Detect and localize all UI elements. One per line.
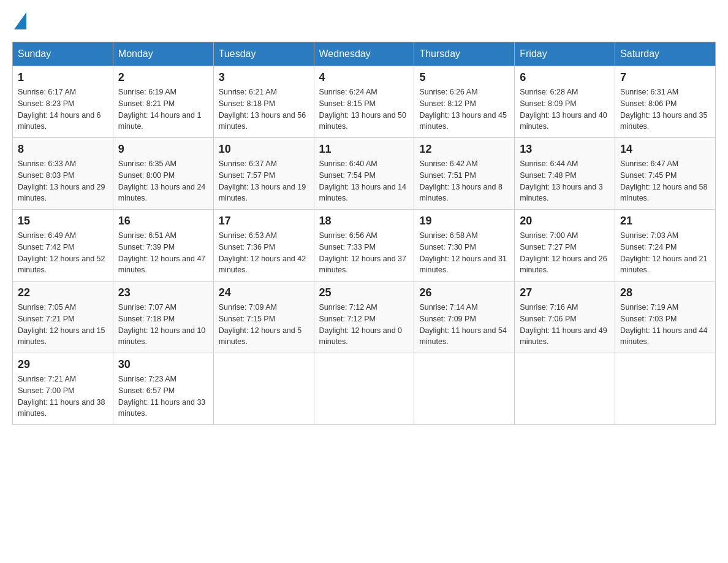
day-number: 9 (118, 143, 208, 156)
calendar-header-saturday: Saturday (615, 42, 716, 66)
calendar-cell: 2Sunrise: 6:19 AMSunset: 8:21 PMDaylight… (113, 66, 213, 138)
day-info: Sunrise: 7:03 AMSunset: 7:24 PMDaylight:… (620, 230, 710, 276)
day-number: 4 (319, 71, 409, 84)
day-number: 10 (219, 143, 309, 156)
calendar-cell: 12Sunrise: 6:42 AMSunset: 7:51 PMDayligh… (414, 138, 515, 210)
day-info: Sunrise: 6:44 AMSunset: 7:48 PMDaylight:… (520, 158, 610, 204)
day-info: Sunrise: 7:07 AMSunset: 7:18 PMDaylight:… (118, 302, 208, 348)
day-number: 3 (219, 71, 309, 84)
day-number: 13 (520, 143, 610, 156)
calendar-header-row: SundayMondayTuesdayWednesdayThursdayFrid… (13, 42, 716, 66)
calendar-cell: 16Sunrise: 6:51 AMSunset: 7:39 PMDayligh… (113, 210, 213, 282)
day-number: 27 (520, 286, 610, 299)
day-info: Sunrise: 7:21 AMSunset: 7:00 PMDaylight:… (18, 373, 108, 419)
calendar-cell: 1Sunrise: 6:17 AMSunset: 8:23 PMDaylight… (13, 66, 113, 138)
calendar-cell: 26Sunrise: 7:14 AMSunset: 7:09 PMDayligh… (414, 282, 515, 353)
calendar-cell: 10Sunrise: 6:37 AMSunset: 7:57 PMDayligh… (213, 138, 314, 210)
day-info: Sunrise: 6:24 AMSunset: 8:15 PMDaylight:… (319, 86, 409, 132)
calendar-cell: 19Sunrise: 6:58 AMSunset: 7:30 PMDayligh… (414, 210, 515, 282)
day-info: Sunrise: 6:33 AMSunset: 8:03 PMDaylight:… (18, 158, 108, 204)
day-info: Sunrise: 6:37 AMSunset: 7:57 PMDaylight:… (219, 158, 309, 204)
day-info: Sunrise: 7:23 AMSunset: 6:57 PMDaylight:… (118, 373, 208, 419)
day-info: Sunrise: 7:00 AMSunset: 7:27 PMDaylight:… (520, 230, 610, 276)
calendar-week-row: 22Sunrise: 7:05 AMSunset: 7:21 PMDayligh… (13, 282, 716, 353)
calendar-cell: 27Sunrise: 7:16 AMSunset: 7:06 PMDayligh… (515, 282, 615, 353)
calendar-header-wednesday: Wednesday (314, 42, 414, 66)
calendar-cell: 23Sunrise: 7:07 AMSunset: 7:18 PMDayligh… (113, 282, 213, 353)
day-number: 28 (620, 286, 710, 299)
day-info: Sunrise: 7:19 AMSunset: 7:03 PMDaylight:… (620, 302, 710, 348)
day-number: 17 (219, 215, 309, 228)
calendar-header-monday: Monday (113, 42, 213, 66)
calendar-header-tuesday: Tuesday (213, 42, 314, 66)
calendar-cell: 5Sunrise: 6:26 AMSunset: 8:12 PMDaylight… (414, 66, 515, 138)
calendar-cell: 4Sunrise: 6:24 AMSunset: 8:15 PMDaylight… (314, 66, 414, 138)
day-number: 11 (319, 143, 409, 156)
day-info: Sunrise: 7:16 AMSunset: 7:06 PMDaylight:… (520, 302, 610, 348)
day-number: 5 (419, 71, 509, 84)
day-number: 7 (620, 71, 710, 84)
day-number: 2 (118, 71, 208, 84)
calendar-cell: 9Sunrise: 6:35 AMSunset: 8:00 PMDaylight… (113, 138, 213, 210)
calendar-cell: 20Sunrise: 7:00 AMSunset: 7:27 PMDayligh… (515, 210, 615, 282)
day-info: Sunrise: 7:09 AMSunset: 7:15 PMDaylight:… (219, 302, 309, 348)
day-info: Sunrise: 6:47 AMSunset: 7:45 PMDaylight:… (620, 158, 710, 204)
day-info: Sunrise: 6:49 AMSunset: 7:42 PMDaylight:… (18, 230, 108, 276)
day-info: Sunrise: 6:28 AMSunset: 8:09 PMDaylight:… (520, 86, 610, 132)
day-number: 19 (419, 215, 509, 228)
calendar-header-thursday: Thursday (414, 42, 515, 66)
calendar-cell: 7Sunrise: 6:31 AMSunset: 8:06 PMDaylight… (615, 66, 716, 138)
day-number: 12 (419, 143, 509, 156)
calendar-cell: 18Sunrise: 6:56 AMSunset: 7:33 PMDayligh… (314, 210, 414, 282)
calendar-cell: 30Sunrise: 7:23 AMSunset: 6:57 PMDayligh… (113, 353, 213, 425)
calendar-cell: 24Sunrise: 7:09 AMSunset: 7:15 PMDayligh… (213, 282, 314, 353)
day-info: Sunrise: 7:12 AMSunset: 7:12 PMDaylight:… (319, 302, 409, 348)
calendar-week-row: 15Sunrise: 6:49 AMSunset: 7:42 PMDayligh… (13, 210, 716, 282)
calendar-week-row: 29Sunrise: 7:21 AMSunset: 7:00 PMDayligh… (13, 353, 716, 425)
day-number: 20 (520, 215, 610, 228)
day-info: Sunrise: 6:31 AMSunset: 8:06 PMDaylight:… (620, 86, 710, 132)
day-info: Sunrise: 6:42 AMSunset: 7:51 PMDaylight:… (419, 158, 509, 204)
day-number: 21 (620, 215, 710, 228)
day-number: 1 (18, 71, 108, 84)
calendar-cell: 8Sunrise: 6:33 AMSunset: 8:03 PMDaylight… (13, 138, 113, 210)
day-number: 26 (419, 286, 509, 299)
calendar-cell (515, 353, 615, 425)
calendar-cell: 28Sunrise: 7:19 AMSunset: 7:03 PMDayligh… (615, 282, 716, 353)
calendar-cell: 22Sunrise: 7:05 AMSunset: 7:21 PMDayligh… (13, 282, 113, 353)
day-info: Sunrise: 6:21 AMSunset: 8:18 PMDaylight:… (219, 86, 309, 132)
day-number: 15 (18, 215, 108, 228)
day-info: Sunrise: 7:05 AMSunset: 7:21 PMDaylight:… (18, 302, 108, 348)
calendar-cell (414, 353, 515, 425)
day-number: 18 (319, 215, 409, 228)
day-number: 23 (118, 286, 208, 299)
calendar-cell: 14Sunrise: 6:47 AMSunset: 7:45 PMDayligh… (615, 138, 716, 210)
day-info: Sunrise: 6:35 AMSunset: 8:00 PMDaylight:… (118, 158, 208, 204)
calendar-cell: 17Sunrise: 6:53 AMSunset: 7:36 PMDayligh… (213, 210, 314, 282)
day-number: 25 (319, 286, 409, 299)
logo (12, 12, 26, 29)
calendar-cell: 29Sunrise: 7:21 AMSunset: 7:00 PMDayligh… (13, 353, 113, 425)
calendar-cell: 21Sunrise: 7:03 AMSunset: 7:24 PMDayligh… (615, 210, 716, 282)
calendar-cell (213, 353, 314, 425)
day-number: 14 (620, 143, 710, 156)
day-info: Sunrise: 6:17 AMSunset: 8:23 PMDaylight:… (18, 86, 108, 132)
day-number: 29 (18, 358, 108, 371)
day-number: 16 (118, 215, 208, 228)
calendar-header-friday: Friday (515, 42, 615, 66)
calendar-cell (615, 353, 716, 425)
calendar-cell (314, 353, 414, 425)
day-number: 8 (18, 143, 108, 156)
day-number: 24 (219, 286, 309, 299)
day-number: 6 (520, 71, 610, 84)
calendar-cell: 25Sunrise: 7:12 AMSunset: 7:12 PMDayligh… (314, 282, 414, 353)
calendar-cell: 15Sunrise: 6:49 AMSunset: 7:42 PMDayligh… (13, 210, 113, 282)
day-info: Sunrise: 6:56 AMSunset: 7:33 PMDaylight:… (319, 230, 409, 276)
logo-arrow-icon (14, 12, 26, 29)
day-info: Sunrise: 6:51 AMSunset: 7:39 PMDaylight:… (118, 230, 208, 276)
page-header (12, 12, 716, 29)
day-info: Sunrise: 7:14 AMSunset: 7:09 PMDaylight:… (419, 302, 509, 348)
calendar-header-sunday: Sunday (13, 42, 113, 66)
day-number: 30 (118, 358, 208, 371)
day-info: Sunrise: 6:40 AMSunset: 7:54 PMDaylight:… (319, 158, 409, 204)
